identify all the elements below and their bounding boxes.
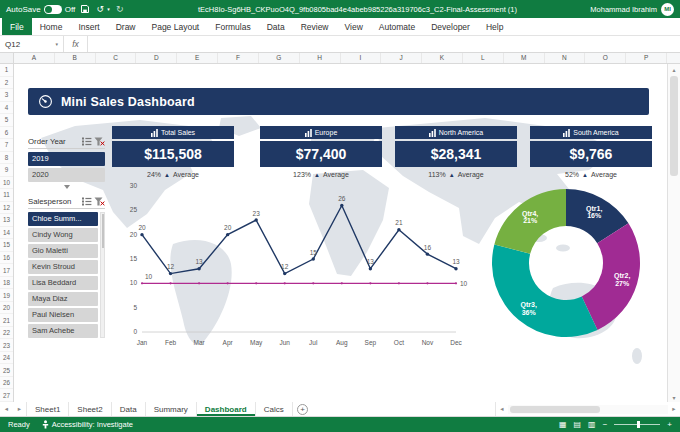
zoom-in-button[interactable]: +	[667, 420, 672, 429]
ribbon-tab-page-layout[interactable]: Page Layout	[144, 18, 208, 35]
add-sheet-button[interactable]: +	[293, 402, 313, 416]
kpi-card-north-america[interactable]: North America$28,341113%▲Average	[395, 126, 517, 178]
column-header-j[interactable]: J	[381, 53, 422, 63]
ribbon-tab-help[interactable]: Help	[478, 18, 511, 35]
quarterly-sales-donut-chart[interactable]: Qtr1,16%Qtr2,27%Qtr3,36%Qtr4,21%	[488, 185, 644, 341]
column-header-d[interactable]: D	[136, 53, 177, 63]
slicer-order-year[interactable]: Order Year20192020	[28, 134, 105, 189]
zoom-slider-knob[interactable]	[637, 421, 640, 428]
sheet-grid[interactable]: 1234567891011121314151617181920212223242…	[0, 64, 680, 402]
scroll-up-icon[interactable]: ▴	[668, 64, 680, 74]
page-layout-view-button[interactable]: ▤	[574, 420, 582, 429]
sheet-tab-data[interactable]: Data	[112, 402, 146, 416]
column-header-c[interactable]: C	[96, 53, 137, 63]
monthly-sales-line-chart[interactable]: 051015202530JanFebMarAprMayJunJulAugSepO…	[120, 178, 470, 358]
slicer-scrollbar[interactable]	[100, 212, 105, 338]
slicer-scroll-down-icon[interactable]	[64, 185, 70, 189]
column-header-p[interactable]: P	[626, 53, 667, 63]
name-box[interactable]: Q12 ▾	[0, 36, 64, 52]
autosave-toggle[interactable]: AutoSave Off	[6, 5, 75, 14]
sheet-tab-sheet1[interactable]: Sheet1	[26, 402, 69, 416]
column-header-f[interactable]: F	[218, 53, 259, 63]
slicer-item-lisa-beddard[interactable]: Lisa Beddard	[28, 276, 98, 290]
column-header-l[interactable]: L	[463, 53, 504, 63]
zoom-out-button[interactable]: −	[603, 420, 608, 429]
slicer-item-maya-diaz[interactable]: Maya Diaz	[28, 292, 98, 306]
ribbon-tab-draw[interactable]: Draw	[108, 18, 144, 35]
slicer-item-2019[interactable]: 2019	[28, 152, 105, 166]
account-area[interactable]: Mohammad Ibrahim MI	[590, 3, 674, 16]
slicer-item-2020[interactable]: 2020	[28, 168, 105, 182]
slicer-scrollbar-thumb[interactable]	[102, 214, 104, 248]
ribbon-tab-file[interactable]: File	[2, 18, 32, 35]
sheet-tab-dashboard[interactable]: Dashboard	[197, 402, 256, 416]
insert-function-button[interactable]: fx	[64, 36, 88, 52]
zoom-slider[interactable]	[614, 424, 660, 425]
select-all-corner[interactable]	[0, 53, 14, 63]
sheet-nav-prev-icon[interactable]: ◂	[0, 402, 13, 416]
hscroll-left-icon[interactable]: ◂	[496, 405, 508, 413]
normal-view-button[interactable]: ▦	[559, 420, 567, 429]
slicer-item-chloe-summ[interactable]: Chloe Summ...	[28, 212, 98, 226]
sheet-tab-summary[interactable]: Summary	[146, 402, 197, 416]
kpi-card-south-america[interactable]: South America$9,76652%▲Average	[530, 126, 652, 178]
donut-slice-qtr3[interactable]	[492, 245, 598, 337]
ribbon-tab-formulas[interactable]: Formulas	[207, 18, 258, 35]
kpi-card-europe[interactable]: Europe$77,400123%▲Average	[260, 126, 382, 178]
ribbon-tab-data[interactable]: Data	[259, 18, 293, 35]
kpi-delta-label: Average	[323, 171, 349, 178]
ribbon-tab-developer[interactable]: Developer	[423, 18, 478, 35]
slicer-item-paul-nielsen[interactable]: Paul Nielsen	[28, 308, 98, 322]
chart-series-sales[interactable]	[142, 205, 456, 273]
column-header-g[interactable]: G	[259, 53, 300, 63]
horizontal-scrollbar-thumb[interactable]	[510, 406, 600, 413]
horizontal-scrollbar[interactable]: ◂ ▸	[495, 402, 680, 416]
up-arrow-icon: ▲	[164, 172, 170, 178]
page-break-view-button[interactable]: ▥	[588, 420, 596, 429]
sheet-nav-next-icon[interactable]: ▸	[13, 402, 26, 416]
column-header-a[interactable]: A	[14, 53, 55, 63]
vertical-scrollbar-thumb[interactable]	[670, 76, 678, 176]
multi-select-icon[interactable]	[82, 137, 92, 146]
kpi-card-total-sales[interactable]: Total Sales$115,50824%▲Average	[112, 126, 234, 178]
autosave-switch[interactable]	[44, 5, 62, 14]
undo-icon[interactable]: ↺	[95, 4, 105, 14]
slicer-item-gio-maletti[interactable]: Gio Maletti	[28, 244, 98, 258]
column-header-h[interactable]: H	[300, 53, 341, 63]
redo-icon[interactable]: ↻	[115, 4, 125, 14]
vertical-scrollbar[interactable]: ▴ ▾	[667, 64, 680, 402]
slicer-item-sam-achebe[interactable]: Sam Achebe	[28, 324, 98, 338]
column-header-i[interactable]: I	[341, 53, 382, 63]
ribbon-tab-automate[interactable]: Automate	[371, 18, 423, 35]
accessibility-status-button[interactable]: Accessibility: Investigate	[42, 420, 133, 429]
slicer-salesperson[interactable]: SalespersonChloe Summ...Cindy WongGio Ma…	[28, 194, 105, 338]
donut-slice-qtr2[interactable]	[582, 223, 640, 330]
sheet-tab-calcs[interactable]: Calcs	[256, 402, 293, 416]
column-header-e[interactable]: E	[177, 53, 218, 63]
accessibility-icon	[42, 420, 49, 429]
column-header-n[interactable]: N	[545, 53, 586, 63]
hscroll-right-icon[interactable]: ▸	[668, 405, 680, 413]
column-header-o[interactable]: O	[585, 53, 626, 63]
column-header-b[interactable]: B	[55, 53, 96, 63]
clear-filter-icon[interactable]	[94, 137, 105, 146]
sheet-tab-sheet2[interactable]: Sheet2	[69, 402, 111, 416]
column-header-m[interactable]: M	[504, 53, 545, 63]
ribbon-tab-insert[interactable]: Insert	[70, 18, 107, 35]
undo-caret-icon[interactable]: ▾	[107, 6, 110, 12]
slicer-item-kevin-stroud[interactable]: Kevin Stroud	[28, 260, 98, 274]
multi-select-icon[interactable]	[82, 197, 92, 206]
ribbon-tab-home[interactable]: Home	[32, 18, 71, 35]
dashboard-title-banner[interactable]: Mini Sales Dashboard	[28, 88, 649, 115]
name-box-caret-icon[interactable]: ▾	[55, 41, 58, 47]
clear-filter-icon[interactable]	[94, 197, 105, 206]
slicer-item-cindy-wong[interactable]: Cindy Wong	[28, 228, 98, 242]
scroll-down-icon[interactable]: ▾	[668, 392, 680, 402]
ribbon-tab-review[interactable]: Review	[293, 18, 337, 35]
ribbon-tab-view[interactable]: View	[337, 18, 371, 35]
formula-input[interactable]	[88, 36, 680, 52]
column-header-k[interactable]: K	[422, 53, 463, 63]
save-icon[interactable]	[80, 4, 90, 14]
user-avatar[interactable]: MI	[661, 3, 674, 16]
document-title: tEcH8Io-Sg6HB_CKPuoO4Q_9fb0805bad4e4abeb…	[130, 5, 586, 14]
